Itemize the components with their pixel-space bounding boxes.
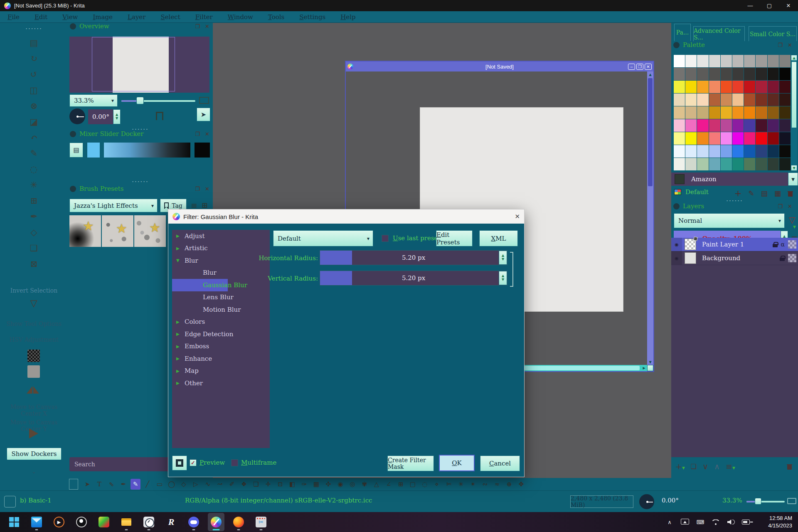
color-sampler-tool[interactable]: ✑ xyxy=(299,479,309,490)
filter-category[interactable]: Motion Blur xyxy=(172,303,270,316)
palette-collection-row[interactable]: Amazon ▼ xyxy=(671,172,798,186)
palette-swatch[interactable] xyxy=(721,81,732,93)
layer-row[interactable]: ◉ Background α xyxy=(671,251,798,265)
docker-lock-icon[interactable] xyxy=(70,186,76,192)
ellipse-tool[interactable]: ◯ xyxy=(167,479,177,490)
discord[interactable] xyxy=(185,513,202,531)
palette-swatch[interactable] xyxy=(732,81,744,93)
layer-thumbnail[interactable] xyxy=(685,252,696,264)
vertical-radius-slider[interactable]: 5.20 px ▲▼ xyxy=(320,271,507,286)
palette-swatch[interactable] xyxy=(779,68,791,80)
brush-preset-thumbnail[interactable]: ★ xyxy=(102,215,133,247)
expand-arrow-icon[interactable]: ▶ xyxy=(176,356,185,361)
palette-swatch[interactable] xyxy=(732,132,744,145)
create-filter-mask-button[interactable]: Create Filter Mask xyxy=(387,456,434,471)
palette-scrollbar[interactable]: ▲ ▼ xyxy=(791,55,797,171)
palette-swatch[interactable] xyxy=(721,132,732,145)
zoom-percent-label[interactable]: 33.3% xyxy=(722,497,742,504)
expand-arrow-icon[interactable]: ▶ xyxy=(176,234,185,238)
mixer-end-swatch[interactable] xyxy=(195,143,210,158)
palette-swatch[interactable] xyxy=(721,106,732,119)
tab-advanced-color-selector[interactable]: Advanced Color S... xyxy=(693,26,745,41)
palette-swatch[interactable] xyxy=(768,55,779,67)
smart-patch-tool[interactable]: ✣ xyxy=(323,479,333,490)
colorspace-label[interactable]: RGB/Alpha (8-bit integer/channel) sRGB-e… xyxy=(185,497,372,504)
split-canvas-icon[interactable]: ◫ xyxy=(22,82,47,98)
wifi[interactable] xyxy=(711,517,721,527)
invert-selection-label[interactable]: Invert Selection xyxy=(0,287,68,294)
palette-swatch[interactable] xyxy=(697,68,708,80)
palette-swatch[interactable] xyxy=(744,81,755,93)
funnel-dropdown-arrow[interactable]: ▼ xyxy=(793,225,796,229)
palette-swatch[interactable] xyxy=(744,55,755,67)
scroll-right-arrow[interactable]: ▶ xyxy=(641,365,647,371)
palette-swatch[interactable] xyxy=(756,94,767,106)
palette-swatch[interactable] xyxy=(779,106,791,119)
keyboard[interactable]: ⌨ xyxy=(695,517,705,527)
palette-swatch[interactable] xyxy=(756,119,767,132)
brush-preview-icon[interactable] xyxy=(4,496,16,507)
palette-swatch[interactable] xyxy=(779,158,791,170)
palette-swatch[interactable] xyxy=(674,81,685,93)
layer-visibility-toggle[interactable]: ◉ xyxy=(671,238,682,251)
palette-swatch[interactable] xyxy=(685,158,697,170)
layer-name[interactable]: Background xyxy=(702,254,740,262)
expand-arrow-icon[interactable]: ▼ xyxy=(176,258,185,263)
explorer[interactable] xyxy=(118,513,135,531)
subwindow-restore-button[interactable]: ❐ xyxy=(636,64,643,70)
palette-swatch[interactable] xyxy=(732,145,744,158)
palette-swatch[interactable] xyxy=(674,158,685,170)
palette-swatch[interactable] xyxy=(732,119,744,132)
bezier-select-tool[interactable]: ∾ xyxy=(480,479,490,490)
rotation-value[interactable]: 0.00° xyxy=(88,109,113,124)
selection-circle-icon[interactable]: ◌ xyxy=(22,161,47,177)
palette-swatch[interactable] xyxy=(721,55,732,67)
pattern-swatch[interactable] xyxy=(27,365,40,378)
vertical-scrollbar[interactable]: ▲ ▼ xyxy=(647,71,653,365)
rect-select-tool[interactable]: ▢ xyxy=(408,479,418,490)
polygon-tool[interactable]: ◇ xyxy=(179,479,189,490)
rectangle-tool[interactable]: ▭ xyxy=(155,479,165,490)
enclose-fill-tool[interactable]: ◎ xyxy=(347,479,357,490)
palette-swatch[interactable] xyxy=(732,55,744,67)
menu-item[interactable]: View xyxy=(62,13,78,21)
palette-swatch[interactable] xyxy=(709,106,720,119)
mixer-options-button[interactable]: ▤ xyxy=(69,143,83,158)
calligraphy-tool[interactable]: ✒ xyxy=(118,479,128,490)
close-button[interactable]: ✕ xyxy=(779,0,798,11)
show-dockers-button[interactable]: Show Dockers xyxy=(7,448,62,460)
delete-swatch-icon[interactable] xyxy=(788,190,793,197)
palette-swatch[interactable] xyxy=(674,119,685,132)
palette-swatch[interactable] xyxy=(697,55,708,67)
reset-rotation-icon[interactable]: ↺ xyxy=(22,66,47,82)
delete-layer-button[interactable] xyxy=(787,463,792,470)
layer-properties-button[interactable]: ≡▼ xyxy=(726,462,735,471)
toolbox-drag-handle[interactable] xyxy=(69,479,78,490)
obs[interactable] xyxy=(73,513,90,531)
multiframe-label[interactable]: Multiframe xyxy=(241,459,276,466)
snip[interactable]: ✂ xyxy=(253,513,269,531)
fill-tool[interactable]: ◉ xyxy=(335,479,345,490)
use-last-preset-label[interactable]: Use last preset xyxy=(393,234,441,242)
float-docker-icon[interactable]: ❐ xyxy=(778,203,783,209)
transform-frame-icon[interactable]: ❏ xyxy=(22,240,47,256)
palette-swatch[interactable] xyxy=(744,106,755,119)
duplicate-layer-button[interactable]: ❏ xyxy=(691,463,697,470)
deselect-icon[interactable]: ⊠ xyxy=(22,256,47,272)
expand-arrow-icon[interactable]: ▶ xyxy=(176,381,185,385)
palette-swatch[interactable] xyxy=(674,68,685,80)
palette-swatch[interactable] xyxy=(756,68,767,80)
layer-filter-funnel-icon[interactable]: ▽ xyxy=(789,215,795,225)
polygon-select-tool[interactable]: ⋄ xyxy=(432,479,442,490)
scroll-down-arrow[interactable]: ▼ xyxy=(647,359,653,365)
collection-dropdown-button[interactable]: ▼ xyxy=(788,172,798,186)
menu-item[interactable]: File xyxy=(7,13,20,21)
vertical-radius-spinner[interactable]: ▲▼ xyxy=(499,271,507,285)
palette-swatch[interactable] xyxy=(674,145,685,158)
overview-thumbnail[interactable] xyxy=(69,37,209,93)
palette-swatch[interactable] xyxy=(732,68,744,80)
palette-swatch[interactable] xyxy=(697,94,708,106)
zoom-slider[interactable] xyxy=(121,100,195,102)
palette-swatch[interactable] xyxy=(674,94,685,106)
subwindow-titlebar[interactable]: [Not Saved] ‒ ❐ ✕ xyxy=(346,62,653,71)
